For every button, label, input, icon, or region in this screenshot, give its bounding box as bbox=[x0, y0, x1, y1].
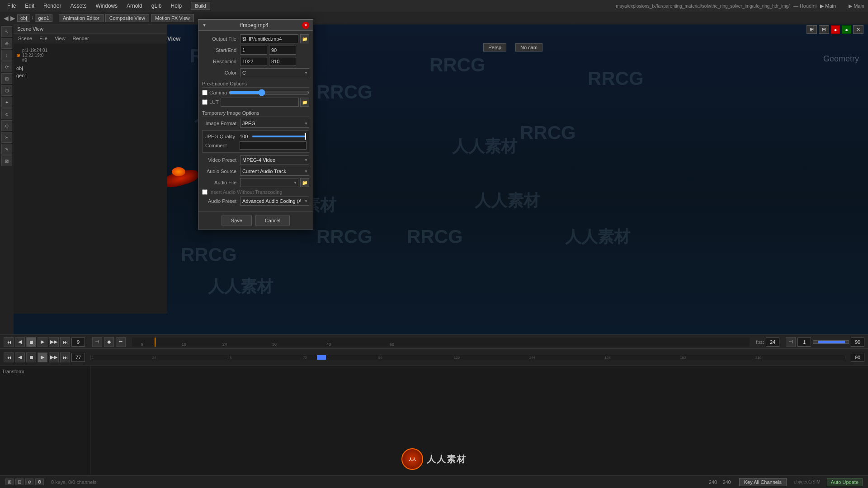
arrow-right-icon[interactable]: ▶ bbox=[10, 14, 15, 22]
skip-end-button[interactable]: ⏭ bbox=[60, 337, 70, 347]
dialog-close-button[interactable]: ✕ bbox=[302, 22, 309, 29]
current-frame-input[interactable] bbox=[71, 338, 85, 347]
menu-windows[interactable]: Windows bbox=[92, 2, 121, 10]
prev-keyframe-button[interactable]: ⊣ bbox=[92, 337, 102, 347]
dialog-titlebar[interactable]: ▼ ffmpeg mp4 ✕ bbox=[198, 20, 313, 31]
end-input[interactable] bbox=[269, 46, 296, 55]
range-end-input[interactable] bbox=[851, 338, 864, 347]
tool-8[interactable]: ⎋ bbox=[1, 108, 12, 119]
range-btn-1[interactable]: ⊣ bbox=[786, 337, 796, 347]
start-input[interactable] bbox=[240, 46, 267, 55]
scene-item-obj[interactable]: obj bbox=[16, 65, 164, 72]
motion-fx-tab[interactable]: Motion FX View bbox=[151, 14, 194, 22]
fps-input[interactable] bbox=[766, 338, 779, 347]
menu-render[interactable]: Render bbox=[40, 2, 65, 10]
video-preset-select[interactable]: MPEG-4 Video H.264 bbox=[240, 155, 309, 164]
file-tab[interactable]: File bbox=[38, 35, 49, 42]
menu-file[interactable]: File bbox=[4, 2, 19, 10]
next-frame-btn-2[interactable]: ▶▶ bbox=[49, 352, 59, 362]
auto-update-button[interactable]: Auto Update bbox=[827, 478, 863, 486]
output-file-input[interactable] bbox=[240, 34, 298, 43]
image-format-select[interactable]: JPEG PNG EXR bbox=[240, 119, 309, 128]
menu-edit[interactable]: Edit bbox=[21, 2, 38, 10]
arrow-left-icon[interactable]: ◀ bbox=[4, 14, 9, 22]
scene-item-geo1[interactable]: geo1 bbox=[16, 72, 164, 79]
persp-button[interactable]: Persp bbox=[483, 43, 506, 52]
menu-assets[interactable]: Assets bbox=[66, 2, 90, 10]
output-file-browse[interactable]: 📁 bbox=[300, 34, 309, 43]
tool-3[interactable]: ↕ bbox=[1, 50, 12, 61]
viewport-btn-2[interactable]: ⊟ bbox=[819, 25, 829, 34]
gamma-slider[interactable] bbox=[229, 89, 309, 96]
prev-frame-btn-2[interactable]: ◀ bbox=[15, 352, 25, 362]
audio-file-select[interactable] bbox=[240, 178, 298, 187]
save-button[interactable]: Save bbox=[222, 216, 252, 225]
menu-arnold[interactable]: Arnold bbox=[123, 2, 146, 10]
viewport-btn-red[interactable]: ● bbox=[831, 25, 840, 34]
next-keyframe-button[interactable]: ⊢ bbox=[116, 337, 126, 347]
dialog-collapse-icon[interactable]: ▼ bbox=[202, 23, 207, 28]
skip-start-btn-2[interactable]: ⏮ bbox=[4, 352, 14, 362]
lut-checkbox[interactable] bbox=[202, 99, 208, 105]
view-tab[interactable]: View bbox=[53, 35, 67, 42]
tool-10[interactable]: ✂ bbox=[1, 132, 12, 143]
build-button[interactable]: Build bbox=[191, 2, 210, 10]
color-select[interactable]: C RGB RGBA bbox=[240, 68, 309, 77]
comment-input[interactable] bbox=[240, 141, 307, 150]
stop-btn-2[interactable]: ⏹ bbox=[26, 352, 36, 362]
menu-glib[interactable]: gLib bbox=[148, 2, 165, 10]
nocam-button[interactable]: No cam bbox=[515, 43, 542, 52]
add-keyframe-button[interactable]: ◆ bbox=[104, 337, 114, 347]
quality-slider-handle[interactable] bbox=[305, 133, 306, 140]
obj-label[interactable]: obj bbox=[17, 14, 30, 22]
tool-12[interactable]: ⊠ bbox=[1, 155, 12, 166]
animation-editor-tab[interactable]: Animation Editor bbox=[59, 14, 104, 22]
bottom-btn-3[interactable]: ⊘ bbox=[25, 479, 33, 485]
tool-4[interactable]: ⟳ bbox=[1, 61, 12, 72]
tool-7[interactable]: ✦ bbox=[1, 97, 12, 108]
play-btn-2[interactable]: ▶ bbox=[38, 352, 47, 362]
prev-frame-button[interactable]: ◀ bbox=[15, 337, 25, 347]
scrub-handle[interactable] bbox=[317, 355, 326, 360]
viewport-btn-x[interactable]: ✕ bbox=[853, 25, 863, 34]
frame-tick-3: 24 bbox=[222, 342, 227, 347]
bottom-btn-1[interactable]: ⊞ bbox=[5, 479, 14, 485]
res-x-input[interactable] bbox=[240, 57, 267, 66]
audio-preset-select[interactable]: Advanced Audio Coding (AAC) MP3 bbox=[240, 197, 309, 206]
viewport-btn-green[interactable]: ● bbox=[842, 25, 851, 34]
ffmpeg-dialog[interactable]: ▼ ffmpeg mp4 ✕ Output File 📁 Start/End bbox=[198, 19, 313, 230]
range-start-input[interactable] bbox=[797, 338, 811, 347]
tool-5[interactable]: ⊞ bbox=[1, 73, 12, 84]
skip-start-button[interactable]: ⏮ bbox=[4, 337, 14, 347]
tool-6[interactable]: ⬡ bbox=[1, 85, 12, 96]
scene-view-tab[interactable]: Scene bbox=[16, 35, 34, 42]
res-y-input[interactable] bbox=[269, 57, 296, 66]
gamma-checkbox[interactable] bbox=[202, 90, 208, 95]
lut-select[interactable] bbox=[221, 98, 299, 107]
key-all-channels-button[interactable]: Key All Channels bbox=[739, 478, 787, 486]
scrub-bar[interactable]: 1 24 48 72 96 120 144 168 192 216 bbox=[90, 355, 845, 360]
current-frame-input-2[interactable] bbox=[71, 353, 85, 362]
bottom-btn-4[interactable]: ⚙ bbox=[35, 479, 44, 485]
stop-button[interactable]: ⏹ bbox=[26, 337, 36, 347]
next-frame-button[interactable]: ▶▶ bbox=[49, 337, 59, 347]
composite-view-tab[interactable]: Composite View bbox=[105, 14, 149, 22]
menu-help[interactable]: Help bbox=[167, 2, 185, 10]
range-end-input-2[interactable] bbox=[851, 353, 864, 362]
bottom-btn-2[interactable]: ⊡ bbox=[15, 479, 24, 485]
lut-browse[interactable]: 📁 bbox=[300, 98, 309, 107]
viewport-btn-1[interactable]: ⊞ bbox=[807, 25, 817, 34]
insert-audio-checkbox[interactable] bbox=[202, 189, 208, 195]
cancel-button[interactable]: Cancel bbox=[255, 216, 290, 225]
play-button[interactable]: ▶ bbox=[38, 337, 47, 347]
audio-file-browse[interactable]: 📁 bbox=[300, 178, 309, 187]
geo-label[interactable]: geo1 bbox=[35, 14, 52, 22]
tool-2[interactable]: ⊕ bbox=[1, 38, 12, 49]
tool-1[interactable]: ↖ bbox=[1, 26, 12, 37]
render-tab[interactable]: Render bbox=[71, 35, 91, 42]
tool-11[interactable]: ✎ bbox=[1, 144, 12, 155]
skip-end-btn-2[interactable]: ⏭ bbox=[60, 352, 70, 362]
gamma-row: Gamma bbox=[202, 89, 309, 96]
audio-source-select[interactable]: Current Audio Track File None bbox=[240, 167, 309, 176]
tool-9[interactable]: ⊙ bbox=[1, 120, 12, 131]
